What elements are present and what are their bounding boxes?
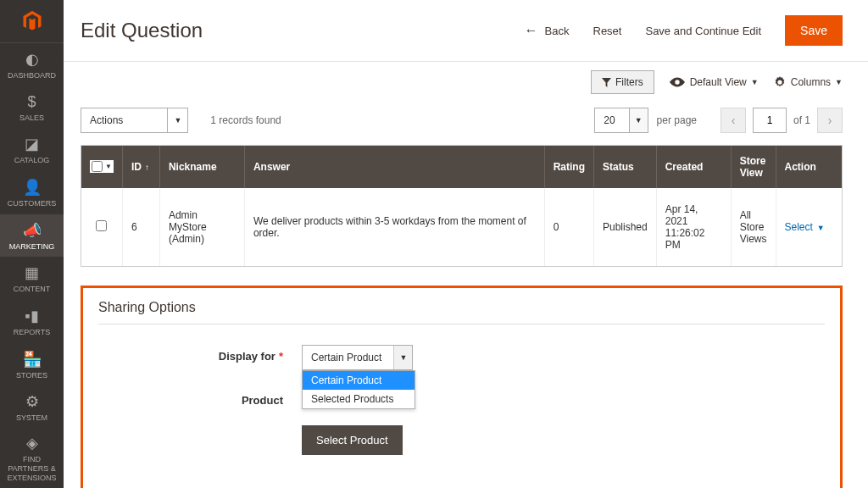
pagination: ‹ of 1 › [721, 108, 843, 133]
per-page-label: per page [657, 114, 697, 126]
cell-created: Apr 14, 2021 11:26:02 PM [656, 188, 731, 266]
sidebar-item-partners[interactable]: ◈FIND PARTNERS & EXTENSIONS [0, 429, 64, 488]
filters-button[interactable]: Filters [591, 70, 654, 94]
sharing-options-title: Sharing Options [98, 300, 825, 315]
chevron-down-icon: ▼ [393, 346, 412, 369]
sidebar-item-marketing[interactable]: 📣MARKETING [0, 214, 64, 258]
column-store-view[interactable]: Store View [731, 146, 776, 188]
sidebar-item-customers[interactable]: 👤CUSTOMERS [0, 171, 64, 214]
reset-button[interactable]: Reset [593, 25, 622, 37]
back-button[interactable]: Back [525, 23, 570, 38]
funnel-icon [602, 78, 611, 87]
column-created[interactable]: Created [656, 146, 731, 188]
sidebar-item-label: REPORTS [14, 328, 50, 336]
page-header: Edit Question Back Reset Save and Contin… [64, 0, 868, 62]
select-all-checkbox[interactable] [92, 161, 103, 172]
product-field: Product Joust Duffle Bag [98, 389, 825, 407]
chevron-down-icon: ▼ [167, 108, 187, 132]
main-content: Edit Question Back Reset Save and Contin… [64, 0, 868, 488]
eye-icon [670, 77, 685, 87]
display-for-label: Display for* [98, 345, 302, 363]
partners-icon: ◈ [26, 435, 38, 453]
column-checkbox[interactable]: ▼ [81, 146, 122, 188]
gear-icon: ⚙ [25, 392, 39, 411]
answers-grid: ▼ ID↑ Nickname Answer Rating Status Crea… [81, 145, 843, 267]
gear-icon [774, 76, 786, 88]
sidebar-item-stores[interactable]: 🏪STORES [0, 343, 64, 386]
chevron-down-icon: ▼ [817, 224, 825, 232]
row-action-select[interactable]: Select▼ [785, 221, 825, 233]
records-count: 1 records found [210, 114, 281, 126]
per-page-control: 20 ▼ per page [594, 108, 697, 133]
display-for-options: Certain Product Selected Products [302, 370, 415, 409]
sidebar-item-sales[interactable]: $SALES [0, 86, 64, 129]
chevron-down-icon: ▼ [629, 108, 648, 132]
column-nickname[interactable]: Nickname [159, 146, 244, 188]
sharing-options-panel: Sharing Options Display for* Certain Pro… [81, 286, 843, 488]
option-selected-products[interactable]: Selected Products [303, 390, 415, 408]
sidebar-item-dashboard[interactable]: ◐DASHBOARD [0, 43, 64, 86]
page-title: Edit Question [81, 19, 513, 42]
default-view-dropdown[interactable]: Default View ▼ [670, 76, 759, 88]
option-certain-product[interactable]: Certain Product [303, 371, 415, 390]
row-checkbox[interactable] [96, 220, 107, 231]
cell-id: 6 [122, 188, 159, 266]
megaphone-icon: 📣 [23, 221, 42, 240]
actions-label: Actions [81, 114, 167, 126]
sidebar-item-label: CONTENT [14, 285, 51, 293]
sidebar-item-label: STORES [16, 371, 47, 380]
default-view-label: Default View [690, 76, 747, 88]
sidebar-item-label: CATALOG [14, 156, 50, 164]
display-for-value: Certain Product [303, 352, 393, 363]
actions-dropdown[interactable]: Actions ▼ [81, 108, 188, 133]
chevron-down-icon: ▼ [105, 163, 112, 170]
save-button[interactable]: Save [785, 15, 843, 46]
dashboard-icon: ◐ [25, 50, 39, 69]
sidebar-item-content[interactable]: ▦CONTENT [0, 257, 64, 300]
per-page-value: 20 [595, 114, 628, 126]
select-product-button[interactable]: Select Product [302, 425, 403, 455]
grid-controls: Actions ▼ 1 records found 20 ▼ per page … [64, 101, 868, 145]
next-page-button[interactable]: › [817, 108, 843, 133]
per-page-select[interactable]: 20 ▼ [594, 108, 648, 133]
table-row: 6 Admin MyStore (Admin) We deliver produ… [81, 188, 842, 266]
column-status[interactable]: Status [593, 146, 656, 188]
chevron-down-icon: ▼ [835, 78, 843, 86]
sidebar-item-label: SALES [19, 114, 44, 122]
cell-rating: 0 [544, 188, 593, 266]
person-icon: 👤 [23, 178, 42, 197]
save-continue-button[interactable]: Save and Continue Edit [645, 25, 761, 37]
filters-label: Filters [615, 76, 643, 88]
page-input[interactable] [753, 108, 787, 133]
grid-toolbar: Filters Default View ▼ Columns ▼ [64, 62, 868, 101]
column-action[interactable]: Action [776, 146, 842, 188]
cell-nickname: Admin MyStore (Admin) [159, 188, 244, 266]
admin-sidebar: ◐DASHBOARD $SALES ◪CATALOG 👤CUSTOMERS 📣M… [0, 0, 64, 488]
column-rating[interactable]: Rating [544, 146, 593, 188]
cell-status: Published [593, 188, 656, 266]
cell-answer: We deliver products within 3-5 workdays … [244, 188, 544, 266]
box-icon: ◪ [25, 135, 39, 153]
store-icon: 🏪 [23, 350, 42, 369]
sidebar-item-label: MARKETING [9, 242, 55, 251]
prev-page-button[interactable]: ‹ [721, 108, 746, 133]
chart-icon: ▪▮ [25, 307, 38, 325]
column-answer[interactable]: Answer [244, 146, 544, 188]
sidebar-item-reports[interactable]: ▪▮REPORTS [0, 300, 64, 343]
chevron-down-icon: ▼ [751, 78, 759, 86]
display-for-select[interactable]: Certain Product ▼ [302, 345, 413, 370]
sidebar-item-system[interactable]: ⚙SYSTEM [0, 385, 64, 429]
column-id[interactable]: ID↑ [122, 146, 159, 188]
sort-asc-icon: ↑ [145, 163, 149, 172]
sidebar-item-label: FIND PARTNERS & EXTENSIONS [2, 455, 62, 482]
sidebar-item-catalog[interactable]: ◪CATALOG [0, 128, 64, 171]
layout-icon: ▦ [25, 263, 39, 282]
display-for-field: Display for* Certain Product ▼ Certain P… [98, 345, 825, 370]
columns-dropdown[interactable]: Columns ▼ [774, 76, 843, 88]
magento-logo[interactable] [0, 0, 64, 43]
page-of-label: of 1 [793, 114, 810, 126]
sidebar-item-label: CUSTOMERS [8, 199, 56, 208]
sidebar-item-label: SYSTEM [16, 413, 47, 422]
select-product-row: Select Product [98, 425, 825, 455]
sidebar-item-label: DASHBOARD [8, 71, 56, 80]
